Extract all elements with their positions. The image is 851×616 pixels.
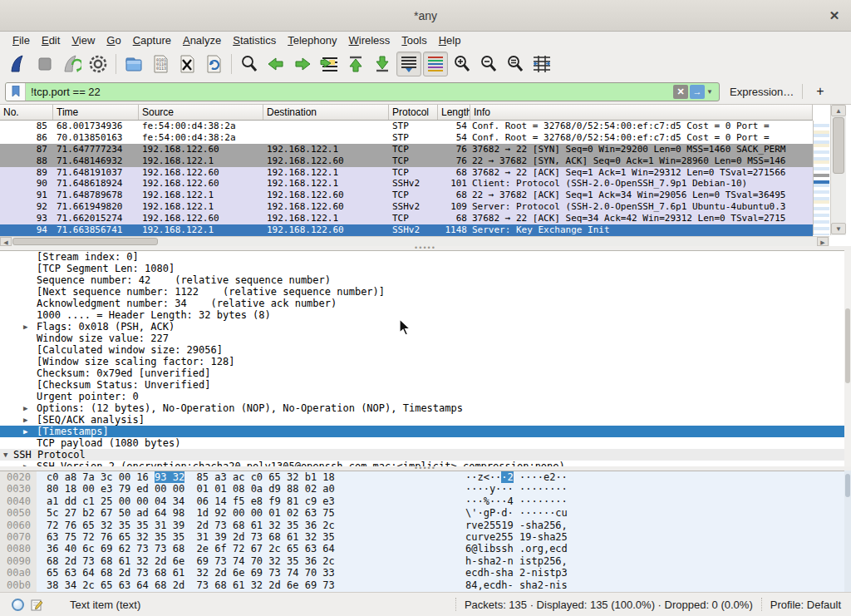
- filter-history-dropdown-icon[interactable]: ▼: [706, 88, 716, 96]
- hex-row-0060[interactable]: 006072 76 65 32 35 35 31 39 2d 73 68 61 …: [0, 520, 851, 531]
- packet-row-88[interactable]: 8871.648146932192.168.122.1192.168.122.6…: [0, 155, 813, 167]
- hex-row-00b0[interactable]: 00b038 34 2c 65 63 64 68 2d 73 68 61 32 …: [0, 579, 851, 591]
- capture-comment-icon[interactable]: [31, 599, 43, 611]
- collapse-icon[interactable]: ▼: [3, 449, 7, 461]
- close-file-button[interactable]: [175, 52, 199, 76]
- packet-row-91[interactable]: 9171.648789678192.168.122.1192.168.122.6…: [0, 190, 813, 201]
- display-filter-field[interactable]: ✕ → ▼: [5, 82, 720, 101]
- detail-tree-item[interactable]: ▶Flags: 0x018 (PSH, ACK): [0, 321, 851, 333]
- packet-row-90[interactable]: 9071.648618924192.168.122.60192.168.122.…: [0, 178, 813, 190]
- detail-tree-item[interactable]: TCP payload (1080 bytes): [0, 437, 851, 449]
- zoom-in-button[interactable]: [450, 52, 475, 76]
- expand-icon[interactable]: ▶: [23, 414, 27, 426]
- filter-clear-button[interactable]: ✕: [673, 85, 688, 99]
- auto-scroll-button[interactable]: [396, 52, 421, 76]
- ascii-bytes[interactable]: 6@libssh .org,ecd: [465, 543, 568, 554]
- menu-item-wireless[interactable]: Wireless: [343, 32, 396, 48]
- packet-row-89[interactable]: 8971.648191037192.168.122.60192.168.122.…: [0, 167, 813, 179]
- title-bar[interactable]: *any ✕: [0, 0, 851, 32]
- column-header-source[interactable]: Source: [139, 105, 263, 120]
- ascii-bytes[interactable]: 84,ecdh- sha2-nis: [465, 579, 568, 591]
- capture-options-button[interactable]: [86, 52, 111, 76]
- hex-bytes[interactable]: 72 76 65 32 35 35 31 39 2d 73 68 61 32 3…: [47, 520, 335, 531]
- menu-item-tools[interactable]: Tools: [396, 32, 432, 48]
- detail-tree-item[interactable]: Sequence number: 42 (relative sequence n…: [0, 274, 851, 286]
- detail-tree-item[interactable]: Checksum: 0x79ed [unverified]: [0, 367, 851, 379]
- packet-row-85[interactable]: 8568.001734936fe:54:00:d4:38:2aSTP54Conf…: [0, 121, 813, 132]
- ascii-bytes[interactable]: \'·gP·d· ······cu: [465, 507, 568, 519]
- save-file-button[interactable]: 010101100113: [148, 52, 173, 76]
- hex-row-0050[interactable]: 00505c 27 b2 67 50 ad 64 98 1d 92 00 00 …: [0, 507, 851, 519]
- zoom-out-button[interactable]: [476, 52, 501, 76]
- hex-bytes[interactable]: 80 18 00 e3 79 ed 00 00 01 01 08 0a d9 8…: [47, 483, 335, 495]
- ascii-bytes[interactable]: ····y··· ········: [465, 483, 568, 495]
- detail-tree-item[interactable]: [Next sequence number: 1122 (relative se…: [0, 286, 851, 298]
- menu-item-edit[interactable]: Edit: [36, 32, 66, 48]
- packet-row-94[interactable]: 9471.663856741192.168.122.1192.168.122.6…: [0, 224, 813, 236]
- stop-capture-button[interactable]: [32, 52, 57, 76]
- detail-tree-item[interactable]: ▼SSH Protocol: [0, 449, 851, 461]
- detail-tree-item[interactable]: Urgent pointer: 0: [0, 391, 851, 402]
- hex-selected-bytes[interactable]: 93 32: [155, 471, 184, 483]
- scroll-left-icon[interactable]: ◀: [0, 237, 12, 246]
- go-forward-button[interactable]: [290, 52, 315, 76]
- add-filter-button[interactable]: +: [811, 84, 829, 99]
- ascii-bytes[interactable]: curve255 19-sha25: [465, 531, 568, 543]
- go-first-button[interactable]: [343, 52, 368, 76]
- go-to-packet-button[interactable]: [317, 52, 342, 76]
- expert-info-icon[interactable]: [12, 599, 24, 611]
- ascii-bytes[interactable]: ecdh-sha 2-nistp3: [465, 567, 568, 579]
- detail-tree-item[interactable]: [Calculated window size: 29056]: [0, 344, 851, 356]
- go-last-button[interactable]: [370, 52, 395, 76]
- ascii-bytes[interactable]: ··z<···2 ····e2··: [465, 471, 568, 483]
- scroll-up-icon[interactable]: ▲: [831, 105, 846, 116]
- reload-file-button[interactable]: [201, 52, 226, 76]
- start-capture-button[interactable]: [6, 52, 31, 76]
- expression-button[interactable]: Expression…: [730, 86, 794, 98]
- ascii-bytes[interactable]: h-sha2-n istp256,: [465, 555, 568, 567]
- packet-row-87[interactable]: 8771.647777234192.168.122.60192.168.122.…: [0, 144, 813, 155]
- hex-row-0030[interactable]: 003080 18 00 e3 79 ed 00 00 01 01 08 0a …: [0, 483, 851, 495]
- column-header-time[interactable]: Time: [53, 105, 139, 120]
- menu-item-view[interactable]: View: [66, 32, 101, 48]
- detail-tree-item[interactable]: ▶SSH Version 2 (encryption:chacha20-poly…: [0, 461, 851, 466]
- scroll-down-icon[interactable]: ▼: [831, 223, 846, 234]
- hex-bytes[interactable]: 68 2d 73 68 61 32 2d 6e 69 73 74 70 32 3…: [47, 555, 335, 567]
- detail-tree-item[interactable]: [TCP Segment Len: 1080]: [0, 263, 851, 274]
- expand-icon[interactable]: ▶: [23, 426, 27, 437]
- detail-tree-item[interactable]: [Checksum Status: Unverified]: [0, 379, 851, 391]
- hex-bytes[interactable]: 65 63 64 68 2d 73 68 61 32 2d 6e 69 73 7…: [47, 567, 335, 579]
- packet-list-vertical-scrollbar[interactable]: ▲ ▼: [830, 105, 846, 235]
- hex-row-0080[interactable]: 008036 40 6c 69 62 73 73 68 2e 6f 72 67 …: [0, 543, 851, 554]
- column-header-length[interactable]: Length: [438, 105, 470, 120]
- detail-tree-item[interactable]: Window size value: 227: [0, 333, 851, 344]
- find-packet-button[interactable]: [237, 52, 262, 76]
- ascii-bytes[interactable]: ···%···4 ········: [465, 495, 568, 507]
- intelligent-scrollbar-minimap[interactable]: [813, 121, 829, 235]
- hex-bytes[interactable]: 38 34 2c 65 63 64 68 2d 73 68 61 32 2d 6…: [47, 579, 335, 591]
- display-filter-input[interactable]: [26, 86, 673, 98]
- detail-tree-item[interactable]: ▶Options: (12 bytes), No-Operation (NOP)…: [0, 402, 851, 414]
- detail-tree-item[interactable]: Acknowledgment number: 34 (relative ack …: [0, 298, 851, 309]
- scrollbar-thumb[interactable]: [845, 474, 850, 497]
- column-header-info[interactable]: Info: [470, 105, 813, 120]
- detail-tree-item[interactable]: [Window size scaling factor: 128]: [0, 356, 851, 367]
- open-file-button[interactable]: [121, 52, 146, 76]
- hex-row-0040[interactable]: 0040a1 dd c1 25 00 00 04 34 06 14 f5 e8 …: [0, 495, 851, 507]
- hex-bytes[interactable]: 36 40 6c 69 62 73 73 68 2e 6f 72 67 2c 6…: [47, 543, 335, 554]
- hex-row-0070[interactable]: 007063 75 72 76 65 32 35 35 31 39 2d 73 …: [0, 531, 851, 543]
- menu-item-capture[interactable]: Capture: [127, 32, 177, 48]
- packet-row-92[interactable]: 9271.661949820192.168.122.1192.168.122.6…: [0, 201, 813, 213]
- hex-bytes[interactable]: 63 75 72 76 65 32 35 35 31 39 2d 73 68 6…: [47, 531, 335, 543]
- column-header-no[interactable]: No.: [0, 105, 53, 120]
- hex-bytes[interactable]: c0 a8 7a 3c 00 16 93 32 85 a3 ac c0 65 3…: [47, 471, 335, 483]
- menu-item-go[interactable]: Go: [101, 32, 126, 48]
- packet-row-93[interactable]: 9371.662015274192.168.122.60192.168.122.…: [0, 213, 813, 224]
- expand-icon[interactable]: ▶: [23, 461, 27, 466]
- detail-tree-item[interactable]: ▶[SEQ/ACK analysis]: [0, 414, 851, 426]
- scrollbar-thumb[interactable]: [12, 238, 158, 245]
- bytes-vertical-scrollbar[interactable]: [844, 471, 851, 592]
- details-vertical-scrollbar[interactable]: [844, 250, 851, 466]
- scrollbar-thumb[interactable]: [833, 117, 844, 174]
- hex-bytes[interactable]: 5c 27 b2 67 50 ad 64 98 1d 92 00 00 01 0…: [47, 507, 335, 519]
